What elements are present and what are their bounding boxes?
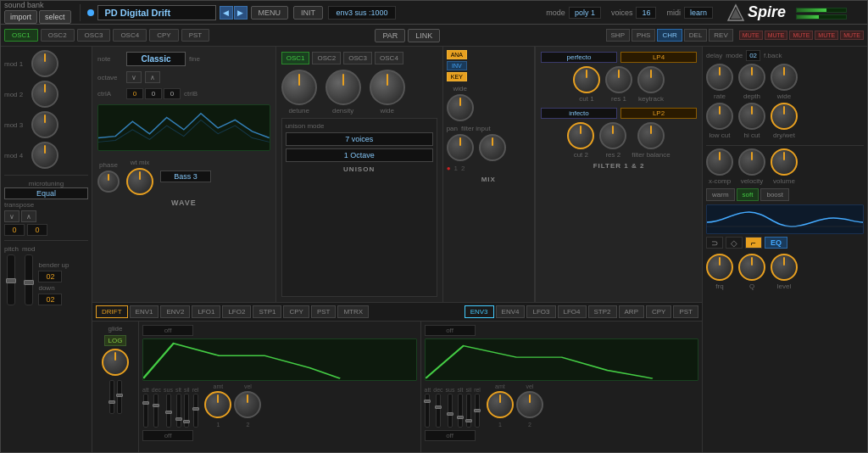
sub-osc4-tab[interactable]: OSC4 xyxy=(375,52,403,64)
sub-osc2-tab[interactable]: OSC2 xyxy=(312,52,341,64)
mod-slider[interactable] xyxy=(25,254,33,305)
patch-name[interactable]: PD Digital Drift xyxy=(97,5,216,20)
btab-cpy2[interactable]: CPY xyxy=(646,305,671,318)
delay-rate-knob[interactable] xyxy=(706,64,733,91)
wide-mix-knob[interactable] xyxy=(447,94,474,121)
btab-cpy[interactable]: CPY xyxy=(283,305,309,318)
mod2-knob[interactable] xyxy=(31,81,58,108)
level-knob[interactable] xyxy=(771,254,798,281)
btab-lfo2[interactable]: LFO2 xyxy=(222,305,251,318)
fx-tab-rev[interactable]: REV xyxy=(709,29,732,42)
delay-hicut-knob[interactable] xyxy=(738,103,765,130)
microtuning-value[interactable]: Equal xyxy=(4,187,88,199)
fx-mute-1[interactable]: MUTE xyxy=(739,31,763,40)
fx-tab-phs[interactable]: PHS xyxy=(632,29,655,42)
velocity-knob[interactable] xyxy=(738,148,765,176)
bender-slider-1[interactable] xyxy=(109,380,114,414)
bender-slider-2[interactable] xyxy=(117,380,122,414)
fx-mute-5[interactable]: MUTE xyxy=(840,31,864,40)
log-button[interactable]: LOG xyxy=(104,335,127,346)
pan-knob[interactable] xyxy=(447,134,474,161)
btab-lfo1[interactable]: LFO1 xyxy=(192,305,220,318)
env3-amt-knob[interactable] xyxy=(487,391,514,418)
btab-mtrx[interactable]: MTRX xyxy=(337,305,369,318)
volume-knob[interactable] xyxy=(771,148,798,176)
env3-slt-slider[interactable] xyxy=(458,394,463,428)
env1-sil-slider[interactable] xyxy=(184,394,189,428)
sub-osc3-tab[interactable]: OSC3 xyxy=(343,52,372,64)
btab-env4[interactable]: ENV4 xyxy=(496,305,526,318)
par-button[interactable]: PAR xyxy=(375,29,405,42)
mode-value[interactable]: 02 xyxy=(746,50,760,61)
fx-mute-2[interactable]: MUTE xyxy=(765,31,788,40)
fx-tab-del[interactable]: DEL xyxy=(684,29,708,42)
density-knob[interactable] xyxy=(326,70,361,105)
tab-osc3[interactable]: OSC3 xyxy=(77,29,111,42)
phase-knob[interactable] xyxy=(97,171,120,193)
delay-wide-knob[interactable] xyxy=(771,64,798,91)
bender-up-value[interactable]: 02 xyxy=(38,271,62,282)
btab-lfo3[interactable]: LFO3 xyxy=(526,305,555,318)
eq-cut-button[interactable]: ⌐ xyxy=(745,237,762,249)
octave-display[interactable]: 1 Octave xyxy=(286,148,433,162)
eq-lowshelf-button[interactable]: ⊃ xyxy=(706,237,723,249)
env3-dec-slider[interactable] xyxy=(436,394,441,428)
env1-dec-slider[interactable] xyxy=(153,394,159,428)
tab-osc2[interactable]: OSC2 xyxy=(41,29,75,42)
cut2-knob[interactable] xyxy=(567,122,594,149)
octave-down-button[interactable]: ∨ xyxy=(126,71,142,83)
mod3-knob[interactable] xyxy=(31,111,58,138)
glide-knob[interactable] xyxy=(102,349,129,376)
eq-peak-button[interactable]: ◇ xyxy=(726,237,743,249)
filter-input-knob[interactable] xyxy=(479,134,506,161)
warm-button[interactable]: warm xyxy=(706,188,735,201)
mod4-knob[interactable] xyxy=(31,142,58,169)
menu-button[interactable]: MENU xyxy=(251,6,289,20)
boost-button[interactable]: boost xyxy=(760,188,789,201)
tab-osc1[interactable]: OSC1 xyxy=(4,29,38,42)
next-patch-button[interactable]: ▶ xyxy=(234,6,248,20)
q-knob[interactable] xyxy=(738,254,765,281)
env3-att-slider[interactable] xyxy=(425,394,430,428)
res2-knob[interactable] xyxy=(599,122,626,149)
env1-slt-slider[interactable] xyxy=(176,394,181,428)
transpose-up-button[interactable]: ∧ xyxy=(21,210,36,222)
filter-balance-knob[interactable] xyxy=(637,122,665,149)
select-button[interactable]: select xyxy=(39,10,71,24)
sub-osc1-tab[interactable]: OSC1 xyxy=(281,52,310,64)
frq-knob[interactable] xyxy=(706,254,733,281)
bass3-value[interactable]: Bass 3 xyxy=(160,171,211,182)
fx-mute-4[interactable]: MUTE xyxy=(815,31,838,40)
btab-lfo4[interactable]: LFO4 xyxy=(558,305,587,318)
env1-amt-knob[interactable] xyxy=(204,391,231,418)
btab-stp1[interactable]: STP1 xyxy=(253,305,281,318)
btab-env2[interactable]: ENV2 xyxy=(160,305,190,318)
btab-pst[interactable]: PST xyxy=(311,305,337,318)
key-button[interactable]: KEY xyxy=(447,72,467,81)
res1-knob[interactable] xyxy=(605,66,632,93)
classic-value[interactable]: Classic xyxy=(126,52,186,66)
btab-pst2[interactable]: PST xyxy=(673,305,698,318)
tab-osc4[interactable]: OSC4 xyxy=(113,29,147,42)
delay-depth-knob[interactable] xyxy=(738,64,765,91)
tab-pst[interactable]: PST xyxy=(181,29,210,42)
btab-arp[interactable]: ARP xyxy=(619,305,644,318)
env3-vel-knob[interactable] xyxy=(516,391,543,418)
init-button[interactable]: INIT xyxy=(293,6,323,20)
inv-button[interactable]: INV xyxy=(447,61,467,70)
transpose-down-button[interactable]: ∨ xyxy=(4,210,19,222)
env3-rel-slider[interactable] xyxy=(475,394,480,428)
wtmix-knob[interactable] xyxy=(126,168,153,195)
tab-cpy[interactable]: CPY xyxy=(149,29,178,42)
fx-tab-shp[interactable]: SHP xyxy=(606,29,630,42)
cut1-knob[interactable] xyxy=(573,66,600,93)
link-button[interactable]: LINK xyxy=(408,29,440,42)
lp2-display[interactable]: LP2 xyxy=(620,108,697,119)
lp4-display[interactable]: LP4 xyxy=(620,52,697,63)
ana-button[interactable]: ANA xyxy=(447,50,467,59)
delay-drywet-knob[interactable] xyxy=(771,103,798,130)
btab-env1[interactable]: ENV1 xyxy=(130,305,159,318)
detune-knob[interactable] xyxy=(281,70,317,105)
env1-rel-slider[interactable] xyxy=(193,394,198,428)
octave-up-button[interactable]: ∧ xyxy=(145,71,160,83)
